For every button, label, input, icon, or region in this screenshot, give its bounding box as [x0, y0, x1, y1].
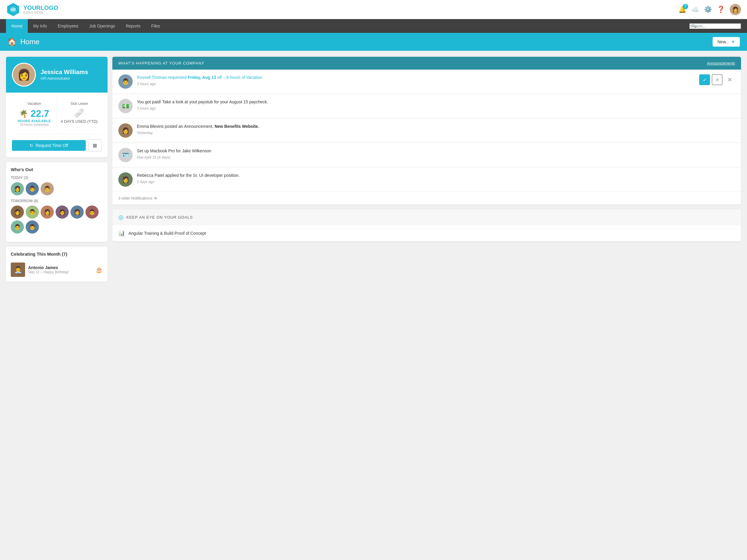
- request-row: ↻ Request Time Off ▦: [12, 139, 102, 152]
- logo: HR YOURLOGO GOES HERE: [6, 2, 58, 17]
- logo-hex-icon: HR: [6, 2, 20, 17]
- notification-1: 👨 Russell Thomas requested Friday, Aug 1…: [112, 70, 741, 94]
- logo-sub: GOES HERE: [23, 11, 58, 14]
- tomorrow-person-3[interactable]: 👩: [41, 206, 54, 219]
- logo-main: YOURLOGO: [23, 4, 58, 11]
- notif-text-2: You got paid! Take a look at yout paystu…: [137, 99, 735, 105]
- nav-item-jobopenings[interactable]: Job Openings: [84, 19, 121, 33]
- tomorrow-person-6[interactable]: 👨: [85, 206, 99, 219]
- today-person-3[interactable]: 👨: [41, 182, 54, 195]
- page-header-title: 🏠 Home: [7, 37, 40, 47]
- vacation-number: 22.7: [30, 108, 49, 119]
- notification-bell[interactable]: 🔔 7: [678, 6, 686, 14]
- help-icon[interactable]: ❓: [717, 6, 725, 14]
- celebrate-name: Antonio James: [28, 265, 69, 270]
- dismiss-button-1[interactable]: ✕: [724, 74, 735, 85]
- tomorrow-avatars: 👩 👨 👩 👩 👩 👨 👨 👨: [11, 206, 103, 234]
- notification-4: 🪪 Set up Macbook Pro for Jake Wilkenson …: [112, 143, 741, 167]
- notification-3: 👩 Emma Blevins posted an Announcement, N…: [112, 118, 741, 143]
- notif-time-3: Yesterday: [137, 131, 735, 135]
- logo-text: YOURLOGO GOES HERE: [23, 4, 58, 14]
- approve-button-1[interactable]: ✓: [699, 74, 710, 85]
- svg-text:HR: HR: [11, 8, 16, 11]
- celebrate-item: 👨‍💼 Antonio James Sep 12 – Happy Birthda…: [11, 260, 103, 277]
- nav-items: Home My Info Employees Job Openings Repo…: [6, 19, 165, 33]
- palm-icon: 🌴: [19, 110, 28, 118]
- new-button[interactable]: New... ▼: [713, 37, 740, 47]
- main-content: 👩 Jessica Williams HR Administrator Vaca…: [0, 51, 747, 292]
- deny-button-1[interactable]: ✕: [712, 74, 722, 85]
- whos-out-title: Who's Out: [11, 167, 103, 172]
- nav-item-files[interactable]: Files: [146, 19, 165, 33]
- notif-due-4: Due April 15 (4 days): [137, 155, 735, 159]
- cake-icon: 🎂: [95, 266, 103, 273]
- nav-item-reports[interactable]: Reports: [121, 19, 146, 33]
- notif-avatar-2: 💵: [118, 99, 133, 113]
- dropdown-arrow-icon: ▼: [731, 39, 735, 44]
- today-person-1[interactable]: 👩: [11, 182, 24, 195]
- calc-icon: ▦: [93, 143, 97, 148]
- bandaid-icon: 🩹: [60, 108, 99, 118]
- vacation-card: Vacation 🌴 22.7 HOURS AVAILABLE 16 hours…: [6, 92, 108, 157]
- nav-item-employees[interactable]: Employees: [52, 19, 84, 33]
- happening-card: WHAT'S HAPPENING AT YOUR COMPANY Announc…: [112, 57, 741, 205]
- notif-actions-1: ✓ ✕ ✕: [699, 74, 735, 85]
- user-avatar[interactable]: 👩: [730, 4, 741, 15]
- notif-text-3: Emma Blevins posted an Announcement, New…: [137, 123, 735, 130]
- target-icon: ◎: [118, 214, 123, 221]
- request-time-off-button[interactable]: ↻ Request Time Off: [12, 140, 86, 151]
- notif-content-5: Rebecca Patel applied for the Sr. UI dev…: [137, 172, 735, 184]
- right-panel: WHAT'S HAPPENING AT YOUR COMPANY Announc…: [112, 57, 741, 287]
- celebrating-card: Celebrating This Month (7) 👨‍💼 Antonio J…: [6, 247, 108, 282]
- celebrate-date: Sep 12 – Happy Birthday!: [28, 270, 69, 274]
- search-input[interactable]: [689, 23, 741, 29]
- happening-header: WHAT'S HAPPENING AT YOUR COMPANY Announc…: [112, 57, 741, 70]
- page-title: Home: [20, 37, 40, 46]
- calculator-button[interactable]: ▦: [88, 139, 102, 152]
- announcements-link[interactable]: Announcements: [707, 61, 735, 65]
- tomorrow-person-2[interactable]: 👨: [26, 206, 39, 219]
- tomorrow-person-7[interactable]: 👨: [11, 220, 24, 234]
- notif-content-4: Set up Macbook Pro for Jake Wilkenson Du…: [137, 148, 735, 159]
- celebrate-info: Antonio James Sep 12 – Happy Birthday!: [28, 265, 69, 274]
- tomorrow-person-5[interactable]: 👩: [71, 206, 84, 219]
- nav-bar: Home My Info Employees Job Openings Repo…: [0, 19, 747, 33]
- notif-content-1: Russell Thomas requested Friday, Aug 13 …: [137, 74, 695, 86]
- notif-text-1: Russell Thomas requested Friday, Aug 13 …: [137, 74, 695, 81]
- notif-text-4: Set up Macbook Pro for Jake Wilkenson: [137, 148, 735, 154]
- top-bar: HR YOURLOGO GOES HERE 🔔 7 ☁️ ⚙️ ❓ 👩: [0, 0, 747, 19]
- older-notifications-link[interactable]: 3 older Notifications ≫: [112, 192, 741, 205]
- nav-item-home[interactable]: Home: [6, 19, 28, 33]
- goals-item-1: 📊 Angular Training & Build Proof of Conc…: [112, 225, 741, 242]
- goals-title: KEEP AN EYE ON YOUR GOALS: [126, 215, 193, 219]
- goals-card: ◎ KEEP AN EYE ON YOUR GOALS 📊 Angular Tr…: [112, 209, 741, 242]
- vacation-label: Vacation: [15, 102, 53, 106]
- notif-content-3: Emma Blevins posted an Announcement, New…: [137, 123, 735, 135]
- profile-avatar: 👩: [12, 63, 36, 87]
- notif-time-2: 3 hours ago: [137, 106, 735, 110]
- tomorrow-person-4[interactable]: 👩: [56, 206, 69, 219]
- notif-time-5: 2 days ago: [137, 180, 735, 184]
- chart-icon: 📊: [118, 230, 125, 237]
- profile-role: HR Administrator: [41, 76, 88, 81]
- notif-avatar-5: 👩: [118, 172, 133, 187]
- today-label: TODAY (3): [11, 176, 103, 180]
- notification-2: 💵 You got paid! Take a look at yout pays…: [112, 94, 741, 118]
- notif-link-1[interactable]: Russell Thomas requested Friday, Aug 13 …: [137, 75, 263, 80]
- today-person-2[interactable]: 👨: [26, 182, 39, 195]
- goals-item-text: Angular Training & Build Proof of Concep…: [128, 231, 206, 236]
- nav-search-wrap: [689, 23, 741, 29]
- tomorrow-person-1[interactable]: 👩: [11, 206, 24, 219]
- top-icons: 🔔 7 ☁️ ⚙️ ❓ 👩: [678, 4, 741, 15]
- profile-info: Jessica Williams HR Administrator: [41, 69, 88, 81]
- cloud-icon[interactable]: ☁️: [691, 6, 699, 14]
- vacation-section: Vacation 🌴 22.7 HOURS AVAILABLE 16 hours…: [12, 99, 57, 129]
- page-header: 🏠 Home New... ▼: [0, 33, 747, 51]
- happening-title: WHAT'S HAPPENING AT YOUR COMPANY: [118, 61, 204, 65]
- sick-label: Sick Leave: [60, 102, 99, 106]
- nav-item-myinfo[interactable]: My Info: [28, 19, 52, 33]
- left-panel: 👩 Jessica Williams HR Administrator Vaca…: [6, 57, 108, 287]
- tomorrow-person-8[interactable]: 👨: [26, 220, 39, 234]
- celebrate-avatar: 👨‍💼: [11, 263, 25, 277]
- gear-icon[interactable]: ⚙️: [704, 6, 712, 14]
